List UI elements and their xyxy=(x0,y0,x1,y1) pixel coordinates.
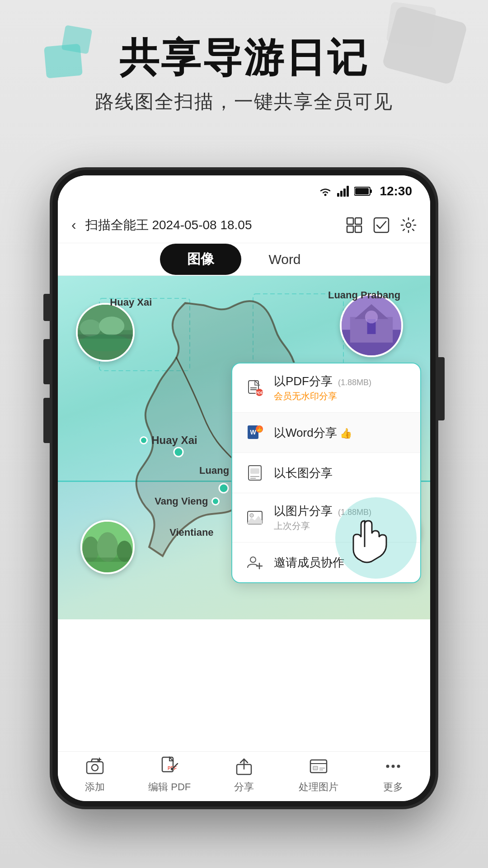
long-image-share-icon xyxy=(245,463,265,483)
tab-word[interactable]: Word xyxy=(241,245,328,274)
nav-pdf-edit[interactable]: PDF 编辑 PDF xyxy=(132,755,207,794)
photo-huayxai xyxy=(76,303,135,362)
pdf-share-sublabel: 会员无水印分享 xyxy=(274,390,408,402)
header-action-icons xyxy=(346,217,417,233)
hero-title: 共享导游日记 xyxy=(27,36,461,80)
tab-image[interactable]: 图像 xyxy=(160,244,241,275)
invite-icon xyxy=(245,552,265,572)
svg-rect-9 xyxy=(355,218,361,224)
svg-point-22 xyxy=(80,320,101,337)
svg-point-81 xyxy=(391,764,394,768)
back-button[interactable]: ‹ xyxy=(71,217,76,233)
nav-more-label: 更多 xyxy=(383,780,403,794)
nav-share-label: 分享 xyxy=(234,780,254,794)
battery-icon xyxy=(354,186,372,196)
svg-text:W: W xyxy=(250,429,256,436)
phone-button-power xyxy=(438,357,445,420)
settings-icon[interactable] xyxy=(400,217,417,233)
camera-add-icon xyxy=(84,755,106,778)
long-image-text: 以长图分享 xyxy=(274,465,408,481)
svg-point-80 xyxy=(386,764,389,768)
nav-more[interactable]: 更多 xyxy=(356,755,430,794)
status-icons xyxy=(318,186,372,197)
svg-rect-77 xyxy=(313,766,318,770)
svg-text:👍: 👍 xyxy=(257,426,263,432)
document-title: 扫描全能王 2024-05-08 18.05 xyxy=(85,217,337,234)
nav-add[interactable]: 添加 xyxy=(58,755,132,794)
nav-share[interactable]: 分享 xyxy=(207,755,282,794)
image-share-icon xyxy=(245,508,265,528)
map-view: Huay Xai Luang Prabang Huay Xai Luang Pr… xyxy=(58,276,430,619)
signal-icon xyxy=(337,186,350,197)
label-vientiane: Vientiane xyxy=(169,527,213,538)
location-label-huayxai-top: Huay Xai xyxy=(110,297,152,308)
label-vangvieng: Vang Vieng xyxy=(155,495,208,507)
svg-rect-57 xyxy=(250,468,259,474)
share-icon xyxy=(233,755,255,778)
nav-process-label: 处理图片 xyxy=(299,780,338,794)
svg-point-82 xyxy=(397,764,400,768)
location-dot-vangvieng xyxy=(211,497,220,505)
phone-button-volume-silent xyxy=(43,294,50,321)
nav-pdf-edit-label: 编辑 PDF xyxy=(148,780,191,794)
process-icon xyxy=(307,755,330,778)
photo-luangprabang xyxy=(340,294,403,357)
share-word-item[interactable]: W 👍 以Word分享 👍 xyxy=(232,413,420,453)
svg-rect-2 xyxy=(340,191,343,197)
label-huayxai: Huay Xai xyxy=(151,434,197,447)
svg-point-61 xyxy=(250,514,253,517)
svg-point-66 xyxy=(92,764,98,771)
more-icon xyxy=(382,755,404,778)
share-long-image-item[interactable]: 以长图分享 xyxy=(232,453,420,493)
bottom-nav-bar: 添加 PDF 编辑 PDF xyxy=(58,751,430,801)
svg-rect-37 xyxy=(82,557,133,561)
invite-label: 邀请成员协作 xyxy=(274,556,344,569)
app-header: ‹ 扫描全能王 2024-05-08 18.05 xyxy=(58,207,430,243)
svg-rect-10 xyxy=(347,226,353,232)
photo-vangvieng xyxy=(80,520,135,574)
svg-rect-6 xyxy=(370,189,372,193)
pdf-share-icon: PDF xyxy=(245,378,265,398)
nav-process[interactable]: 处理图片 xyxy=(281,755,356,794)
svg-point-18 xyxy=(219,484,228,493)
svg-rect-4 xyxy=(347,186,349,197)
grid-icon[interactable] xyxy=(346,217,362,233)
hero-section: 共享导游日记 路线图全扫描，一键共享全员可见 xyxy=(0,36,488,114)
pdf-edit-icon: PDF xyxy=(158,755,181,778)
svg-rect-1 xyxy=(337,193,339,197)
phone-screen: 12:30 ‹ 扫描全能王 2024-05-08 18.05 xyxy=(58,175,430,801)
status-time: 12:30 xyxy=(380,184,412,198)
svg-rect-75 xyxy=(310,760,327,773)
image-share-label: 以图片分享 xyxy=(274,503,333,519)
svg-point-62 xyxy=(250,557,256,562)
word-share-icon: W 👍 xyxy=(245,423,265,443)
svg-rect-7 xyxy=(355,188,369,194)
svg-point-25 xyxy=(80,335,131,352)
pdf-share-label: 以PDF分享 xyxy=(274,373,333,389)
share-pdf-item[interactable]: PDF 以PDF分享 (1.88MB) 会员无水印分享 xyxy=(232,363,420,413)
hand-pointer-icon xyxy=(340,506,394,565)
svg-point-35 xyxy=(97,532,118,561)
svg-point-23 xyxy=(99,316,124,335)
select-icon[interactable] xyxy=(373,217,389,233)
location-vientiane: Vientiane xyxy=(169,527,213,538)
svg-rect-11 xyxy=(355,226,361,232)
svg-point-0 xyxy=(324,194,327,196)
svg-point-72 xyxy=(171,768,174,770)
nav-add-label: 添加 xyxy=(85,780,105,794)
svg-point-31 xyxy=(365,311,378,323)
status-bar: 12:30 xyxy=(58,175,430,207)
svg-rect-3 xyxy=(343,189,346,197)
word-share-text: 以Word分享 👍 xyxy=(274,425,408,441)
hero-subtitle: 路线图全扫描，一键共享全员可见 xyxy=(27,89,461,114)
pdf-share-text: 以PDF分享 (1.88MB) 会员无水印分享 xyxy=(274,373,408,402)
wifi-icon xyxy=(318,186,333,197)
tab-bar: 图像 Word xyxy=(58,243,430,276)
phone-frame: 12:30 ‹ 扫描全能王 2024-05-08 18.05 xyxy=(50,167,438,809)
location-vangvieng: Vang Vieng xyxy=(155,495,220,507)
pdf-share-size: (1.88MB) xyxy=(338,378,371,387)
word-share-label: 以Word分享 xyxy=(274,425,337,441)
svg-rect-65 xyxy=(87,762,103,774)
location-dot-huayxai xyxy=(140,436,148,444)
location-huayxai: Huay Xai xyxy=(140,434,197,447)
